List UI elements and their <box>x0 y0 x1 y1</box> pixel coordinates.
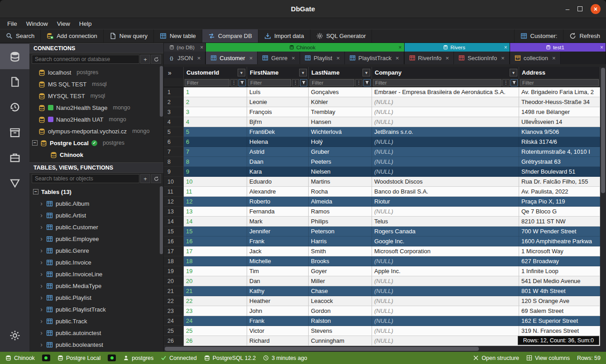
table-public-track[interactable]: ›public.Track <box>29 315 163 327</box>
column-dropdown-icon[interactable]: ▾ <box>510 69 517 76</box>
row-number[interactable]: 6 <box>164 137 184 147</box>
toolbar-compare-db-button[interactable]: Compare DB <box>202 29 258 43</box>
table-public-invoice[interactable]: ›public.Invoice <box>29 256 163 268</box>
cell-address[interactable]: 541 Del Medio Avenue <box>519 276 600 286</box>
filter-input-company[interactable] <box>373 79 501 86</box>
tab-json[interactable]: {}JSON× <box>164 52 205 64</box>
cell-company[interactable]: Banco do Brasil S.A. <box>372 187 519 197</box>
tab-group-test1[interactable]: test1× <box>510 43 606 52</box>
cell-last[interactable]: Rocha <box>309 187 372 197</box>
add-connection-small-button[interactable]: + <box>140 55 150 64</box>
close-group-icon[interactable]: × <box>200 44 203 51</box>
cell-last[interactable]: Leacock <box>309 296 372 306</box>
menu-help[interactable]: Help <box>75 19 96 28</box>
row-number[interactable]: 8 <box>164 157 184 167</box>
row-number[interactable]: 4 <box>164 117 184 127</box>
cell-id[interactable]: 21 <box>184 286 247 296</box>
cell-first[interactable]: Leonie <box>247 97 309 107</box>
expander-icon[interactable]: − <box>32 140 38 146</box>
status-chinook[interactable]: Chinook <box>5 355 35 361</box>
expand-chevron-icon[interactable]: › <box>39 306 43 313</box>
tables-search-input[interactable] <box>32 174 139 183</box>
horizontal-scrollbar-thumb[interactable] <box>165 347 479 351</box>
close-tab-icon[interactable]: × <box>249 55 253 61</box>
cell-first[interactable]: Frank <box>247 236 309 246</box>
cell-id[interactable]: 18 <box>184 256 247 266</box>
cell-id[interactable]: 15 <box>184 227 247 236</box>
vertical-scrollbar[interactable] <box>600 67 606 352</box>
cell-address[interactable]: 69 Salem Street <box>519 306 600 316</box>
toolbar-new-query-button[interactable]: New query <box>104 29 154 43</box>
cell-first[interactable]: FrantiĐek <box>247 127 309 137</box>
cell-address[interactable]: Praça Pio X, 119 <box>519 197 600 207</box>
cell-first[interactable]: Astrid <box>247 147 309 157</box>
expand-chevron-icon[interactable]: › <box>39 235 43 242</box>
column-header-firstname[interactable]: FirstName▾ <box>247 67 309 78</box>
cell-last[interactable]: Philips <box>309 217 372 227</box>
close-tab-icon[interactable]: × <box>197 55 201 61</box>
status-postgre-local[interactable]: Postgre Local <box>57 355 100 361</box>
expand-chevron-icon[interactable]: › <box>39 223 43 231</box>
close-tab-icon[interactable]: × <box>552 55 556 61</box>
cell-last[interactable]: Köhler <box>309 97 372 107</box>
row-number[interactable]: 18 <box>164 256 184 266</box>
cell-last[interactable]: Peeters <box>309 157 372 167</box>
cell-last[interactable]: Chase <box>309 286 372 296</box>
expand-chevron-icon[interactable]: › <box>39 270 43 278</box>
cell-address[interactable]: Av. Brigadeiro Faria Lima, 2 <box>519 87 600 97</box>
cell-id[interactable]: 16 <box>184 236 247 246</box>
cell-last[interactable]: Almeida <box>309 197 372 207</box>
cell-company[interactable]: (NULL) <box>372 286 519 296</box>
connection-nano2health-stage[interactable]: Nano2Health Stagemongo <box>29 102 163 113</box>
cell-last[interactable]: Gonçalves <box>309 87 372 97</box>
row-number[interactable]: 14 <box>164 217 184 227</box>
activitybar-archive[interactable] <box>0 120 29 145</box>
filter-funnel-icon[interactable] <box>239 79 246 86</box>
row-number[interactable]: 9 <box>164 167 184 177</box>
cell-address[interactable]: 1 Infinite Loop <box>519 266 600 276</box>
row-number[interactable]: 7 <box>164 147 184 157</box>
expand-chevron-icon[interactable]: › <box>39 259 43 266</box>
tab-genre[interactable]: Genre× <box>258 52 300 64</box>
close-group-icon[interactable]: × <box>504 44 507 51</box>
cell-company[interactable]: Apple Inc. <box>372 266 519 276</box>
filter-input-customerid[interactable] <box>185 79 229 86</box>
status-postgresql-12-2[interactable]: PostgreSQL 12.2 <box>204 355 256 361</box>
cell-address[interactable]: Qe 7 Bloco G <box>519 207 600 217</box>
cell-last[interactable]: Cunningham <box>309 336 372 346</box>
add-table-small-button[interactable]: + <box>140 174 150 183</box>
cell-address[interactable]: 120 S Orange Ave <box>519 296 600 306</box>
horizontal-scrollbar[interactable] <box>164 346 600 352</box>
menu-view[interactable]: View <box>52 19 75 28</box>
cell-last[interactable]: Tremblay <box>309 107 372 117</box>
cell-company[interactable]: (NULL) <box>372 336 519 346</box>
activitybar-files[interactable] <box>0 69 29 95</box>
cell-company[interactable]: Embraer - Empresa Brasileira de Aeronáut… <box>372 87 519 97</box>
cell-id[interactable]: 13 <box>184 207 247 217</box>
toolbar-new-table-button[interactable]: New table <box>154 29 202 43</box>
cell-address[interactable]: 1 Microsoft Way <box>519 246 600 256</box>
cell-first[interactable]: John <box>247 306 309 316</box>
tab-group-rivers[interactable]: Rivers× <box>405 43 510 52</box>
cell-first[interactable]: Michelle <box>247 256 309 266</box>
cell-first[interactable]: Eduardo <box>247 177 309 187</box>
column-manager-button[interactable]: » <box>164 67 184 78</box>
close-tab-icon[interactable]: × <box>396 55 399 61</box>
row-number[interactable]: 5 <box>164 127 184 137</box>
row-number[interactable]: 15 <box>164 227 184 236</box>
cell-first[interactable]: Alexandre <box>247 187 309 197</box>
cell-company[interactable]: (NULL) <box>372 97 519 107</box>
cell-first[interactable]: Heather <box>247 296 309 306</box>
cell-id[interactable]: 7 <box>184 147 247 157</box>
cell-id[interactable]: 23 <box>184 306 247 316</box>
column-dropdown-icon[interactable]: ▾ <box>238 69 245 76</box>
connection-localhost[interactable]: localhostpostgres <box>29 66 163 78</box>
tab-collection[interactable]: collection× <box>510 52 561 64</box>
cell-id[interactable]: 19 <box>184 266 247 276</box>
expand-chevron-icon[interactable]: › <box>39 247 43 254</box>
cell-company[interactable]: (NULL) <box>372 117 519 127</box>
cell-id[interactable]: 14 <box>184 217 247 227</box>
cell-id[interactable]: 3 <box>184 107 247 117</box>
cell-company[interactable]: Woodstock Discos <box>372 177 519 187</box>
filter-funnel-icon[interactable] <box>300 79 307 86</box>
